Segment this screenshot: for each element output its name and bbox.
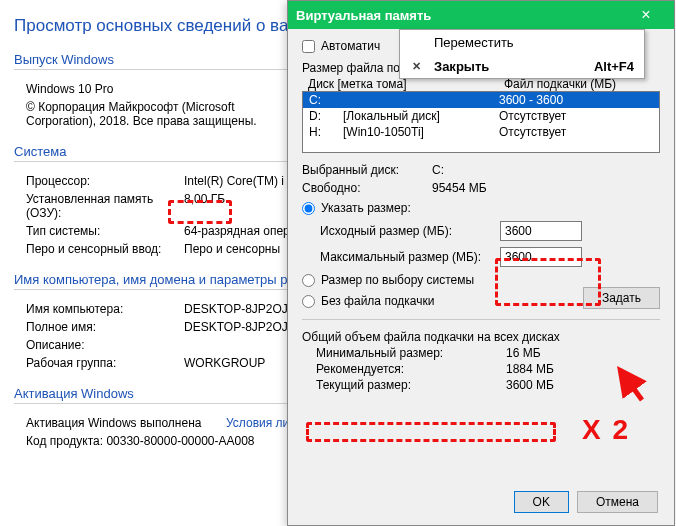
selected-disk-label: Выбранный диск: — [302, 163, 432, 177]
disk-row[interactable]: C: 3600 - 3600 — [303, 92, 659, 108]
ram-label: Установленная память (ОЗУ): — [26, 192, 184, 220]
annotation-x2: X 2 — [582, 414, 630, 446]
radio-custom-label: Указать размер: — [321, 201, 411, 215]
radio-system-label: Размер по выбору системы — [321, 273, 474, 287]
max-size-input[interactable] — [500, 247, 582, 267]
disk-row[interactable]: H: [Win10-1050Ti] Отсутствует — [303, 124, 659, 140]
menu-shortcut: Alt+F4 — [594, 59, 634, 74]
set-button[interactable]: Задать — [583, 287, 660, 309]
cancel-button[interactable]: Отмена — [577, 491, 658, 513]
activation-text: Активация Windows выполнена — [26, 416, 226, 430]
radio-system-size[interactable]: Размер по выбору системы — [302, 273, 660, 287]
menu-item-close[interactable]: ✕ Закрыть Alt+F4 — [400, 54, 644, 78]
radio-none[interactable]: Без файла подкачки — [302, 294, 583, 308]
disk-col-header: Диск [метка тома] — [308, 77, 504, 91]
min-size-label: Минимальный размер: — [316, 346, 506, 360]
min-size-value: 16 МБ — [506, 346, 541, 360]
close-icon[interactable]: × — [626, 6, 666, 24]
desc-label: Описание: — [26, 338, 184, 352]
free-label: Свободно: — [302, 181, 432, 195]
auto-manage-label: Автоматич — [321, 39, 380, 53]
copyright-text: © Корпорация Майкрософт (Microsoft Corpo… — [26, 100, 286, 128]
ok-button[interactable]: OK — [514, 491, 569, 513]
svg-line-0 — [620, 370, 642, 400]
close-icon: ✕ — [412, 60, 421, 73]
free-value: 95454 МБ — [432, 181, 487, 195]
workgroup-label: Рабочая группа: — [26, 356, 184, 370]
fullname-label: Полное имя: — [26, 320, 184, 334]
compname-label: Имя компьютера: — [26, 302, 184, 316]
pen-label: Перо и сенсорный ввод: — [26, 242, 184, 256]
total-group-label: Общий объем файла подкачки на всех диска… — [302, 330, 660, 344]
radio-none-input[interactable] — [302, 295, 315, 308]
systype-label: Тип системы: — [26, 224, 184, 238]
auto-manage-input[interactable] — [302, 40, 315, 53]
recommended-label: Рекомендуется: — [316, 362, 506, 376]
selected-disk-value: C: — [432, 163, 444, 177]
initial-size-label: Исходный размер (МБ): — [320, 224, 500, 238]
radio-system-input[interactable] — [302, 274, 315, 287]
cpu-label: Процессор: — [26, 174, 184, 188]
dialog-titlebar[interactable]: Виртуальная память × — [288, 1, 674, 29]
pagefile-col-header: Файл подкачки (МБ) — [504, 77, 616, 91]
arrow-icon — [614, 364, 654, 404]
current-size-label: Текущий размер: — [316, 378, 506, 392]
current-size-value: 3600 МБ — [506, 378, 554, 392]
window-context-menu[interactable]: Переместить ✕ Закрыть Alt+F4 — [399, 29, 645, 79]
max-size-label: Максимальный размер (МБ): — [320, 250, 500, 264]
radio-custom-size[interactable]: Указать размер: — [302, 201, 660, 215]
radio-custom-input[interactable] — [302, 202, 315, 215]
menu-item-move[interactable]: Переместить — [400, 30, 644, 54]
initial-size-input[interactable] — [500, 221, 582, 241]
recommended-value: 1884 МБ — [506, 362, 554, 376]
disk-row[interactable]: D: [Локальный диск] Отсутствует — [303, 108, 659, 124]
disk-list[interactable]: C: 3600 - 3600 D: [Локальный диск] Отсут… — [302, 91, 660, 153]
radio-none-label: Без файла подкачки — [321, 294, 434, 308]
dialog-title: Виртуальная память — [296, 8, 626, 23]
